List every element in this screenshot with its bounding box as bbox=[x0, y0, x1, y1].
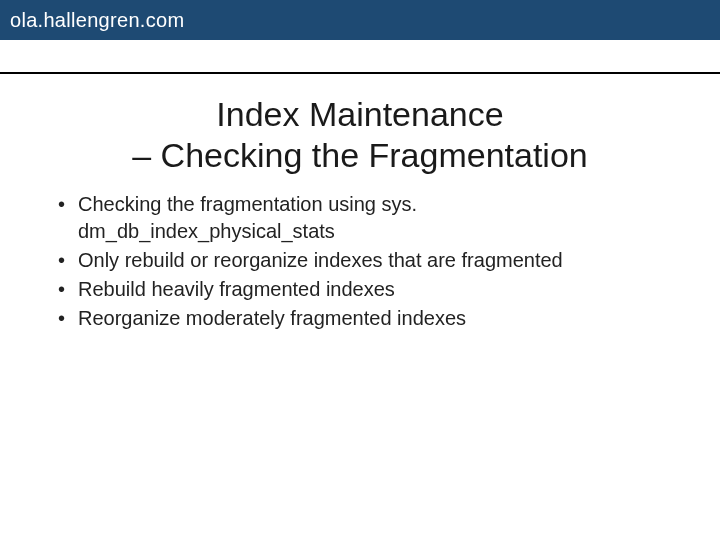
list-item: Reorganize moderately fragmented indexes bbox=[50, 305, 670, 332]
list-item: Rebuild heavily fragmented indexes bbox=[50, 276, 670, 303]
list-item: Checking the fragmentation using sys. dm… bbox=[50, 191, 670, 245]
header-separator bbox=[0, 72, 720, 74]
title-line-1: Index Maintenance bbox=[40, 94, 680, 135]
site-url: ola.hallengren.com bbox=[10, 9, 184, 32]
slide-title: Index Maintenance – Checking the Fragmen… bbox=[40, 94, 680, 176]
title-line-2: – Checking the Fragmentation bbox=[40, 135, 680, 176]
list-item: Only rebuild or reorganize indexes that … bbox=[50, 247, 670, 274]
bullet-list: Checking the fragmentation using sys. dm… bbox=[50, 191, 670, 332]
header-band: ola.hallengren.com bbox=[0, 0, 720, 40]
slide-content: Checking the fragmentation using sys. dm… bbox=[50, 191, 670, 332]
